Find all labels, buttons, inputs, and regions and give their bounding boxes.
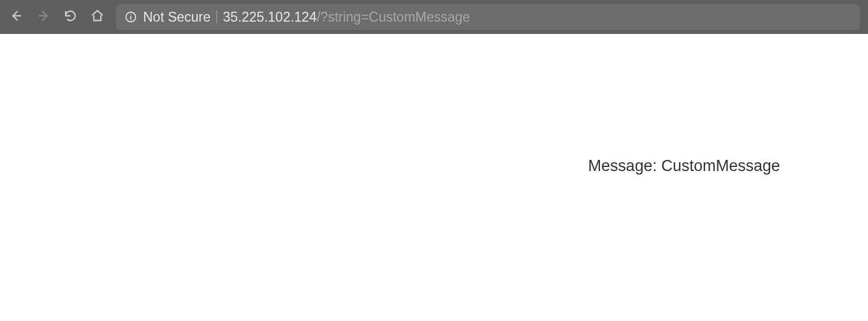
divider (216, 11, 217, 23)
forward-button[interactable] (35, 9, 52, 25)
url-path: /?string=CustomMessage (317, 9, 470, 25)
svg-point-4 (130, 14, 131, 15)
url-host: 35.225.102.124 (223, 9, 317, 25)
arrow-left-icon (9, 9, 23, 25)
message-text: Message: CustomMessage (588, 157, 780, 175)
url-text: 35.225.102.124 /?string=CustomMessage (223, 9, 470, 25)
home-icon (90, 9, 104, 25)
reload-icon (63, 9, 77, 25)
info-icon (124, 11, 137, 23)
arrow-right-icon (36, 9, 50, 25)
security-label: Not Secure (143, 9, 211, 25)
address-bar[interactable]: Not Secure 35.225.102.124 /?string=Custo… (116, 4, 860, 30)
home-button[interactable] (89, 9, 106, 25)
browser-toolbar: Not Secure 35.225.102.124 /?string=Custo… (0, 0, 868, 34)
reload-button[interactable] (62, 9, 79, 25)
back-button[interactable] (8, 9, 25, 25)
page-content: Message: CustomMessage (0, 34, 868, 175)
